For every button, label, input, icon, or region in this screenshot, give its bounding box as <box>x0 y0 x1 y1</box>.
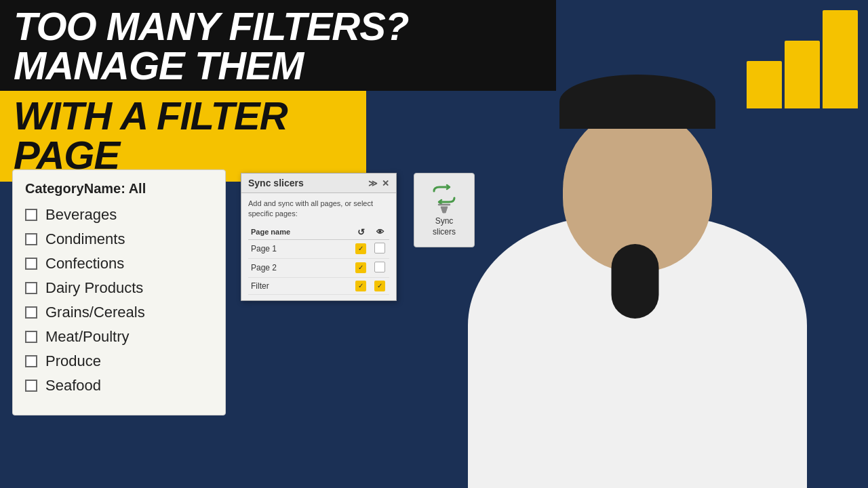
sync-slicers-svg-icon <box>427 183 461 214</box>
slicer-checkbox-condiments[interactable] <box>25 233 37 245</box>
slicer-checkbox-produce[interactable] <box>25 355 37 367</box>
microphone <box>612 244 659 319</box>
svg-marker-0 <box>441 207 448 213</box>
person-hair <box>559 75 715 129</box>
powerbi-logo <box>747 10 858 108</box>
col-header-view: 👁 <box>370 225 389 240</box>
sync-expand-button[interactable]: ≫ <box>368 178 378 188</box>
check-empty-icon <box>374 262 385 272</box>
page2-view-check[interactable] <box>370 258 389 277</box>
slicer-label-produce: Produce <box>45 352 101 370</box>
sync-popup-body: Add and sync with all pages, or select s… <box>241 193 396 300</box>
slicer-label-confections: Confections <box>45 255 124 272</box>
page1-sync-check[interactable]: ✓ <box>351 239 370 258</box>
sync-slicers-icon-box[interactable]: Syncslicers <box>414 173 475 247</box>
table-row-filter[interactable]: Filter ✓ ✓ <box>248 277 389 294</box>
sync-popup-title: Sync slicers <box>248 178 304 188</box>
pbi-bar-short <box>747 61 782 108</box>
slicer-panel: CategoryName: All Beverages Condiments C… <box>12 169 226 415</box>
slicer-label-dairy-products: Dairy Products <box>45 279 143 297</box>
sync-popup-controls: ≫ ✕ <box>368 178 389 188</box>
slicer-item-beverages[interactable]: Beverages <box>25 206 213 224</box>
slicer-label-condiments: Condiments <box>45 230 125 248</box>
pbi-bar-tall <box>823 10 858 108</box>
slicer-item-grains-cereals[interactable]: Grains/Cereals <box>25 304 213 321</box>
slicer-checkbox-seafood[interactable] <box>25 380 37 392</box>
slicer-checkbox-meat-poultry[interactable] <box>25 331 37 343</box>
check-yellow-icon: ✓ <box>355 262 366 273</box>
slicer-title: CategoryName: All <box>25 181 213 197</box>
slicer-item-meat-poultry[interactable]: Meat/Poultry <box>25 328 213 346</box>
title-area: TOO MANY FILTERS? MANAGE THEM WITH A FIL… <box>0 0 556 182</box>
filter-view-check[interactable]: ✓ <box>370 277 389 294</box>
sync-refresh-icon: ↺ <box>357 227 365 237</box>
slicer-label-grains-cereals: Grains/Cereals <box>45 304 145 321</box>
slicer-checkbox-grains-cereals[interactable] <box>25 306 37 319</box>
page2-name: Page 2 <box>248 258 351 277</box>
table-row-page2[interactable]: Page 2 ✓ <box>248 258 389 277</box>
sync-slicers-popup: Sync slicers ≫ ✕ Add and sync with all p… <box>241 173 397 301</box>
sync-icon-label: Syncslicers <box>433 216 456 237</box>
slicer-item-dairy-products[interactable]: Dairy Products <box>25 279 213 297</box>
sync-pages-table: Page name ↺ 👁 Page 1 ✓ Page 2 <box>248 225 389 295</box>
col-header-sync: ↺ <box>351 225 370 240</box>
slicer-checkbox-beverages[interactable] <box>25 209 37 221</box>
title-line2-text: WITH A FILTER PAGE <box>14 94 288 177</box>
pbi-bar-medium <box>785 41 820 108</box>
slicer-checkbox-dairy-products[interactable] <box>25 282 37 294</box>
sync-popup-header: Sync slicers ≫ ✕ <box>241 174 396 193</box>
slicer-item-confections[interactable]: Confections <box>25 255 213 272</box>
check-yellow-icon: ✓ <box>355 281 366 291</box>
filter-sync-check[interactable]: ✓ <box>351 277 370 294</box>
slicer-item-seafood[interactable]: Seafood <box>25 377 213 394</box>
slicer-checkbox-confections[interactable] <box>25 258 37 270</box>
check-yellow-icon: ✓ <box>355 243 366 254</box>
title-line1-bg: TOO MANY FILTERS? MANAGE THEM <box>0 0 556 91</box>
page2-sync-check[interactable]: ✓ <box>351 258 370 277</box>
slicer-label-seafood: Seafood <box>45 377 101 394</box>
sync-close-button[interactable]: ✕ <box>382 178 389 188</box>
title-line1-text: TOO MANY FILTERS? MANAGE THEM <box>14 4 408 87</box>
check-empty-icon <box>374 243 385 253</box>
filter-name: Filter <box>248 277 351 294</box>
page1-view-check[interactable] <box>370 239 389 258</box>
slicer-item-produce[interactable]: Produce <box>25 352 213 370</box>
page1-name: Page 1 <box>248 239 351 258</box>
table-row-page1[interactable]: Page 1 ✓ <box>248 239 389 258</box>
slicer-item-condiments[interactable]: Condiments <box>25 230 213 248</box>
col-header-page: Page name <box>248 225 351 240</box>
slicer-label-beverages: Beverages <box>45 206 117 224</box>
title-line2-bg: WITH A FILTER PAGE <box>0 91 366 182</box>
slicer-label-meat-poultry: Meat/Poultry <box>45 328 130 346</box>
sync-eye-icon: 👁 <box>376 228 384 236</box>
check-yellow-icon: ✓ <box>374 281 385 291</box>
sync-popup-description: Add and sync with all pages, or select s… <box>248 199 389 220</box>
